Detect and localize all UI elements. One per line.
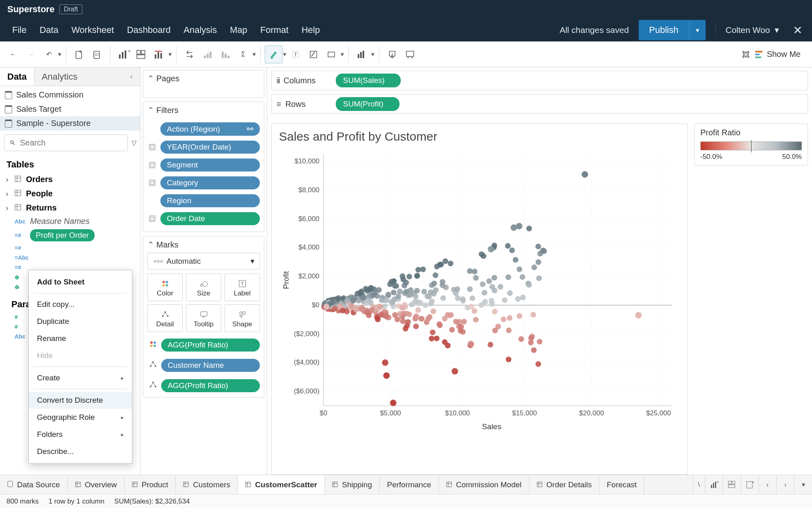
new-story-icon[interactable]	[150, 46, 168, 63]
sheet-tab-product[interactable]: Product	[125, 475, 176, 494]
marks-tooltip-button[interactable]: Tooltip	[186, 304, 221, 332]
field-hidden-1[interactable]: =#	[2, 243, 138, 253]
clear-dropdown[interactable]: ▾	[168, 50, 172, 58]
filter-pill[interactable]: Region	[160, 194, 260, 207]
table-people[interactable]: ›People	[2, 187, 138, 201]
menu-file[interactable]: File	[6, 21, 33, 39]
chart-title[interactable]: Sales and Profit by Customer	[279, 130, 680, 143]
sheet-tab-shipping[interactable]: Shipping	[325, 475, 380, 494]
menu-help[interactable]: Help	[295, 21, 326, 39]
filter-pill[interactable]: Order Date	[160, 212, 260, 225]
sheet-tab-overview[interactable]: Overview	[68, 475, 125, 494]
sheet-tab-order-details[interactable]: Order Details	[529, 475, 600, 494]
marks-size-button[interactable]: Size	[186, 274, 221, 301]
new-story-tab-icon[interactable]: +	[741, 475, 758, 494]
field-hidden-2[interactable]: =Abc	[2, 253, 138, 263]
chart-area[interactable]: Sales and Profit by Customer ($6,000)($4…	[271, 124, 688, 475]
mark-pill[interactable]: Customer Name	[161, 359, 260, 372]
menu-analysis[interactable]: Analysis	[177, 21, 223, 39]
sort-desc-icon[interactable]	[216, 46, 234, 63]
collapse-icon[interactable]: ‹	[130, 72, 133, 81]
filter-pill[interactable]: Action (Region)⚯	[160, 122, 260, 136]
new-dashboard-icon[interactable]	[132, 46, 150, 63]
collapse-icon[interactable]: ⌃	[147, 74, 153, 83]
menu-dashboard[interactable]: Dashboard	[121, 21, 177, 39]
filter-pill[interactable]: YEAR(Order Date)	[160, 141, 260, 154]
ctx-describe[interactable]: Describe...	[29, 443, 132, 460]
ctx-rename[interactable]: Rename	[29, 330, 132, 347]
totals-icon[interactable]: Σ	[234, 46, 252, 63]
show-me-button[interactable]: Show Me	[741, 50, 808, 59]
show-cards-icon[interactable]	[353, 46, 371, 63]
mark-pill[interactable]: AGG(Profit Ratio)	[161, 379, 260, 392]
back-icon[interactable]: ←	[4, 46, 22, 63]
marks-shape-button[interactable]: Shape	[225, 304, 260, 332]
swap-icon[interactable]	[181, 46, 199, 63]
columns-shelf[interactable]: iiiColumns SUM(Sales)	[271, 71, 808, 90]
user-menu[interactable]: Colten Woo ▾	[726, 25, 779, 35]
datasource-item[interactable]: Sample - Superstore	[0, 116, 140, 130]
partial-tab[interactable]: \	[693, 475, 705, 494]
ctx-create[interactable]: Create▸	[29, 369, 132, 386]
marks-detail-button[interactable]: Detail	[147, 304, 183, 332]
menu-data[interactable]: Data	[33, 21, 65, 39]
close-icon[interactable]: ✕	[789, 24, 806, 37]
color-legend[interactable]: Profit Ratio -50.0% 50.0%	[694, 124, 808, 165]
sheet-tab-commission-model[interactable]: Commission Model	[439, 475, 529, 494]
new-worksheet-icon[interactable]: +	[114, 46, 132, 63]
menu-worksheet[interactable]: Worksheet	[65, 21, 121, 39]
undo-dropdown[interactable]: ▾	[58, 50, 62, 58]
refresh-datasource-icon[interactable]	[88, 46, 106, 63]
sheet-tab-customers[interactable]: Customers	[176, 475, 238, 494]
rows-pill[interactable]: SUM(Profit)	[336, 97, 400, 111]
ctx-geo-role[interactable]: Geographic Role▸	[29, 409, 132, 426]
marks-type-select[interactable]: ∘∘∘Automatic ▾	[147, 253, 260, 269]
ctx-edit-copy[interactable]: Edit copy...	[29, 296, 132, 313]
menu-format[interactable]: Format	[254, 21, 295, 39]
filter-pill[interactable]: Segment	[160, 158, 260, 172]
collapse-icon[interactable]: ⌃	[147, 105, 153, 115]
collapse-icon[interactable]: ⌃	[147, 240, 153, 250]
new-dashboard-tab-icon[interactable]	[723, 475, 741, 494]
ctx-convert-discrete[interactable]: Convert to Discrete	[29, 392, 132, 409]
field-measure-names[interactable]: AbcMeasure Names	[2, 215, 138, 228]
fit-dropdown[interactable]: ▾	[340, 50, 344, 58]
tab-data[interactable]: Data	[0, 67, 34, 86]
next-tab-icon[interactable]: ›	[776, 475, 794, 494]
publish-dropdown[interactable]: ▾	[689, 22, 706, 39]
publish-button[interactable]: Publish	[639, 20, 689, 40]
filter-pill[interactable]: Category	[160, 176, 260, 189]
new-sheet-icon[interactable]: +	[705, 475, 723, 494]
sort-asc-icon[interactable]	[199, 46, 216, 63]
table-orders[interactable]: ›Orders	[2, 172, 138, 187]
show-cards-dropdown[interactable]: ▾	[371, 50, 375, 58]
datasource-item[interactable]: Sales Target	[0, 102, 140, 116]
format-icon[interactable]	[304, 46, 322, 63]
sheet-tab-customerscatter[interactable]: CustomerScatter	[238, 475, 325, 494]
mark-pill[interactable]: AGG(Profit Ratio)	[161, 339, 260, 352]
columns-pill[interactable]: SUM(Sales)	[336, 74, 401, 87]
marks-color-button[interactable]: Color	[147, 274, 183, 301]
prev-tab-icon[interactable]: ‹	[758, 475, 776, 494]
filter-fields-icon[interactable]: ▽	[131, 135, 137, 151]
datasource-item[interactable]: Sales Commission	[0, 88, 140, 102]
download-icon[interactable]	[383, 46, 401, 63]
field-profit-per-order[interactable]: =#Profit per Order	[2, 228, 138, 243]
sheet-tab-forecast[interactable]: Forecast	[599, 475, 644, 494]
tab-list-icon[interactable]: ▾	[794, 475, 812, 494]
ctx-duplicate[interactable]: Duplicate	[29, 313, 132, 330]
fit-icon[interactable]	[322, 46, 340, 63]
sheet-tab-data-source[interactable]: Data Source	[0, 475, 68, 494]
highlight-dropdown[interactable]: ▾	[283, 50, 287, 58]
marks-label-button[interactable]: TLabel	[225, 274, 260, 301]
new-datasource-icon[interactable]	[70, 46, 88, 63]
sheet-tab-performance[interactable]: Performance	[380, 475, 439, 494]
rows-shelf[interactable]: ≡Rows SUM(Profit)	[271, 94, 808, 114]
label-icon[interactable]: T	[287, 46, 304, 63]
ctx-folders[interactable]: Folders▸	[29, 426, 132, 443]
table-returns[interactable]: ›Returns	[2, 201, 138, 215]
menu-map[interactable]: Map	[223, 21, 254, 39]
highlight-icon[interactable]	[265, 46, 283, 63]
undo-icon[interactable]: ↶	[40, 46, 58, 63]
tab-analytics[interactable]: Analytics‹	[34, 67, 140, 86]
